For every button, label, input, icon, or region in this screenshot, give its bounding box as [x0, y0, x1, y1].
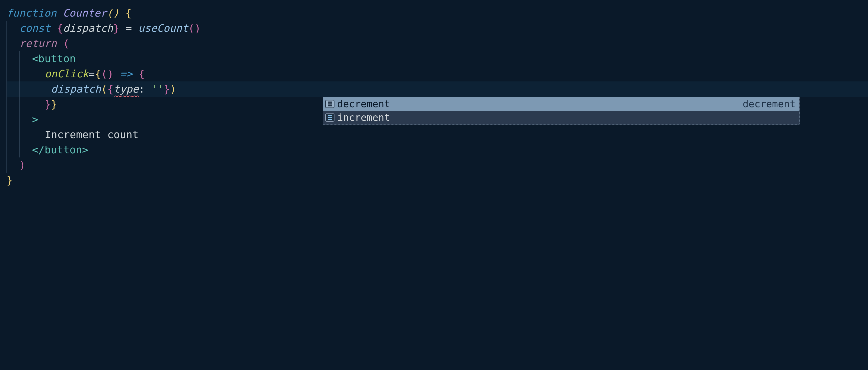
code-token: ( — [101, 83, 107, 95]
code-token: </button> — [32, 144, 88, 156]
suggest-item-detail: increment — [743, 111, 796, 124]
code-token: const — [19, 22, 57, 34]
code-line[interactable]: dispatch({type: ''}) — [6, 81, 868, 97]
enum-member-icon — [325, 113, 335, 122]
enum-member-icon — [325, 100, 335, 108]
code-line[interactable]: Increment count — [6, 127, 868, 142]
code-token: { — [57, 22, 63, 34]
code-token: = — [89, 68, 95, 80]
code-token — [119, 7, 125, 19]
error-squiggle: type — [114, 81, 138, 97]
code-token: } — [45, 98, 51, 110]
intellisense-popup[interactable]: decrementdecrementincrementincrement — [323, 97, 800, 124]
code-line[interactable]: function Counter() { — [6, 5, 868, 21]
indent-guides — [6, 21, 19, 36]
code-token: = — [119, 22, 138, 34]
code-token: } — [51, 98, 57, 110]
code-token: => — [120, 68, 132, 80]
code-token: return — [19, 37, 63, 49]
code-line-content: dispatch({type: ''}) — [45, 81, 176, 97]
code-line[interactable]: } — [6, 173, 868, 188]
indent-guides — [6, 112, 32, 127]
code-token: '' — [151, 83, 163, 95]
code-token: ) — [19, 159, 26, 171]
code-line[interactable]: return ( — [6, 36, 868, 51]
indent-guides — [6, 142, 32, 158]
code-line[interactable]: const {dispatch} = useCount() — [6, 21, 868, 36]
code-token: ( — [63, 37, 69, 49]
code-line-content: const {dispatch} = useCount() — [19, 21, 201, 36]
code-line-content: ) — [19, 158, 26, 173]
code-line-content: Increment count — [45, 127, 138, 142]
code-token: onClick — [45, 68, 89, 80]
code-token: <button — [32, 53, 76, 65]
code-token: { — [107, 83, 114, 95]
indent-guides — [6, 127, 45, 142]
code-line[interactable]: </button> — [6, 142, 868, 158]
code-line-content: return ( — [19, 36, 69, 51]
code-line[interactable]: <button — [6, 51, 868, 66]
indent-guides — [6, 51, 32, 66]
code-line-content: </button> — [32, 142, 88, 158]
code-editor[interactable]: function Counter() {const {dispatch} = u… — [0, 0, 868, 188]
suggest-item-label: decrement — [337, 97, 390, 111]
code-token: type — [114, 83, 138, 95]
code-token: useCount — [138, 22, 188, 34]
suggest-item[interactable]: incrementincrement — [323, 111, 799, 124]
indent-guides — [6, 97, 45, 112]
code-token: : — [138, 83, 151, 95]
code-token: { — [125, 7, 131, 19]
code-line-content: } — [6, 173, 13, 188]
code-token: () — [106, 7, 119, 19]
code-token: { — [95, 68, 101, 80]
code-token: } — [163, 83, 170, 95]
code-token — [132, 68, 138, 80]
suggest-item-detail: decrement — [743, 97, 796, 111]
code-token: dispatch — [63, 22, 113, 34]
code-line[interactable]: ) — [6, 158, 868, 173]
code-line-content: function Counter() { — [6, 5, 132, 21]
indent-guides — [6, 66, 45, 81]
code-token — [45, 83, 51, 95]
code-token: Increment count — [45, 129, 138, 141]
code-token: > — [32, 113, 38, 125]
code-token: function — [6, 7, 63, 19]
suggest-item[interactable]: decrementdecrement — [323, 97, 799, 111]
code-token: } — [6, 174, 13, 186]
code-line-content: }} — [45, 97, 57, 112]
code-token: Counter — [63, 7, 107, 19]
indent-guides — [6, 36, 19, 51]
code-token: dispatch — [51, 83, 101, 95]
code-line-content: <button — [32, 51, 76, 66]
code-line-content: onClick={() => { — [45, 66, 145, 81]
code-token: ) — [170, 83, 176, 95]
code-line-content: > — [32, 112, 38, 127]
code-line[interactable]: onClick={() => { — [6, 66, 868, 81]
code-token: () — [188, 22, 201, 34]
indent-guides — [6, 81, 45, 97]
code-token: () — [101, 68, 120, 80]
code-token: { — [138, 68, 145, 80]
indent-guides — [6, 158, 19, 173]
code-token: } — [113, 22, 119, 34]
suggest-item-label: increment — [337, 111, 390, 124]
